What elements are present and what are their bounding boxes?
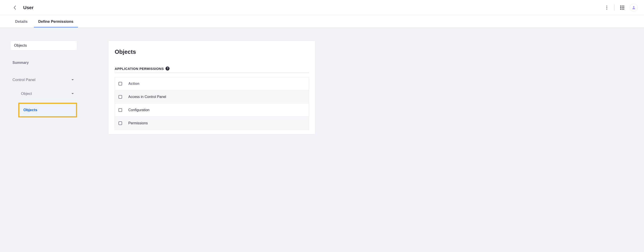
svg-rect-9	[620, 9, 621, 10]
svg-rect-8	[623, 7, 624, 8]
table-row: Configuration	[115, 103, 309, 117]
svg-rect-3	[620, 6, 621, 7]
user-icon	[632, 6, 636, 9]
row-label: Access in Control Panel	[125, 91, 309, 103]
grid-icon	[620, 6, 624, 10]
table-header-row: Action	[115, 77, 309, 90]
summary-heading: Summary	[10, 61, 77, 65]
search-input[interactable]: Objects	[10, 41, 77, 50]
help-icon[interactable]: ?	[166, 67, 170, 71]
tab-bar: Details Define Permissions	[0, 15, 644, 28]
section-heading: APPLICATION PERMISSIONS	[115, 67, 164, 71]
permissions-table: Action Access in Control Panel Configura…	[115, 77, 309, 130]
svg-rect-10	[622, 9, 622, 10]
column-header-action: Action	[125, 78, 309, 90]
page-title: User	[23, 5, 34, 10]
tree-node-control-panel[interactable]: Control Panel	[10, 75, 77, 85]
row-checkbox[interactable]	[118, 108, 122, 112]
svg-point-1	[606, 7, 607, 8]
table-row: Permissions	[115, 117, 309, 130]
svg-rect-11	[623, 9, 624, 10]
tree-node-label: Object	[21, 91, 32, 96]
svg-point-2	[606, 9, 607, 10]
panel-title: Objects	[115, 48, 309, 55]
kebab-menu-button[interactable]	[603, 4, 610, 11]
row-checkbox[interactable]	[118, 95, 122, 99]
row-label: Permissions	[125, 117, 309, 129]
user-avatar[interactable]	[630, 4, 638, 12]
apps-button[interactable]	[618, 4, 626, 11]
svg-rect-7	[622, 7, 622, 8]
svg-rect-6	[620, 7, 621, 8]
tree-node-objects[interactable]: Objects	[20, 104, 76, 116]
tab-define-permissions[interactable]: Define Permissions	[38, 16, 74, 28]
back-button[interactable]	[12, 5, 18, 11]
svg-rect-5	[623, 6, 624, 7]
divider	[614, 5, 614, 11]
select-all-checkbox[interactable]	[118, 82, 122, 85]
svg-rect-4	[622, 6, 622, 7]
tree-node-label: Control Panel	[12, 78, 36, 82]
caret-down-icon	[71, 79, 74, 81]
row-checkbox[interactable]	[118, 121, 122, 125]
tree-node-object[interactable]: Object	[10, 89, 77, 99]
chevron-left-icon	[13, 5, 16, 10]
tree-node-highlight: Objects	[18, 103, 77, 117]
tab-details[interactable]: Details	[14, 16, 28, 28]
svg-point-0	[606, 6, 607, 7]
svg-point-12	[633, 6, 634, 8]
caret-down-icon	[71, 93, 74, 95]
row-label: Configuration	[125, 104, 309, 116]
table-row: Access in Control Panel	[115, 90, 309, 103]
kebab-icon	[606, 6, 607, 10]
